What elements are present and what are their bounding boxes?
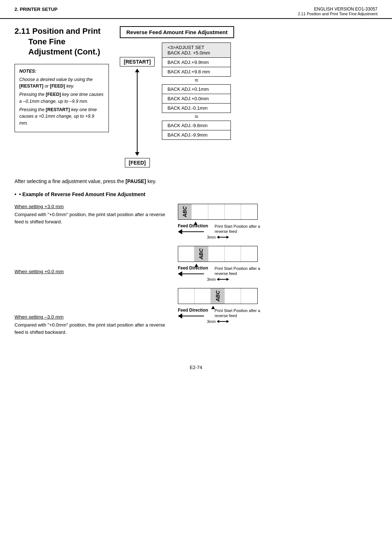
diagram-block-1: ABC bbox=[178, 204, 377, 239]
diagram-main: [RESTART] [FEED] <3>ADJUST SET BACK ADJ.… bbox=[120, 42, 377, 167]
header-version: ENGLISH VERSION EO1-33057 bbox=[298, 7, 377, 12]
example-item-3: When setting –3.0 mm Compared with "+0.0… bbox=[15, 314, 174, 336]
examples-container: When setting +3.0 mm Compared with "+0.0… bbox=[15, 204, 377, 350]
header-subsection: 2.11 Position and Print Tone Fine Adjust… bbox=[298, 12, 377, 16]
examples-left-col: When setting +3.0 mm Compared with "+0.0… bbox=[15, 204, 174, 350]
squiggle-2: ≈ bbox=[162, 113, 231, 121]
example-title: • Example of Reverse Feed Amount Fine Ad… bbox=[19, 191, 146, 197]
arrow-column: [RESTART] [FEED] bbox=[120, 57, 155, 167]
arrow-down-head bbox=[135, 152, 139, 156]
menu-entry-7: BACK ADJ.-9.9mm bbox=[162, 130, 231, 140]
top-section: 2.11 Position and Print Tone Fine Adjust… bbox=[15, 26, 377, 167]
menu-column: <3>ADJUST SET BACK ADJ. +5.0mm BACK ADJ.… bbox=[162, 42, 231, 139]
feed-arrow-1 bbox=[178, 229, 208, 234]
diagram-area: Reverse Feed Amount Fine Adjustment [RES… bbox=[120, 26, 377, 167]
diagram-block-2: ABC Feed Direction bbox=[178, 246, 377, 281]
example-desc-3: Compared with "+0.0mm" position, the pri… bbox=[15, 321, 174, 336]
examples-right-col: ABC bbox=[174, 204, 377, 350]
example-section-header: • • Example of Reverse Feed Amount Fine … bbox=[15, 191, 377, 197]
example-item-1: When setting +3.0 mm Compared with "+0.0… bbox=[15, 204, 174, 225]
page-header: 2. PRINTER SETUP ENGLISH VERSION EO1-330… bbox=[0, 0, 392, 19]
feed-arrow-3 bbox=[178, 313, 208, 319]
menu-entry-5: BACK ADJ.-0.1mm bbox=[162, 103, 231, 113]
notes-line-1: Choose a desired value by using the [RES… bbox=[19, 76, 104, 90]
notes-line-2: Pressing the [FEED] key one time causes … bbox=[19, 91, 104, 105]
page-footer: E2-74 bbox=[15, 361, 377, 370]
arrow-head-left-1 bbox=[178, 229, 182, 234]
after-note: After selecting a fine adjustment value,… bbox=[15, 178, 377, 184]
label-abc-1: ABC bbox=[182, 206, 188, 217]
mm-bracket-3 bbox=[217, 320, 229, 323]
notes-box: NOTES: Choose a desired value by using t… bbox=[15, 64, 109, 132]
menu-entry-3: BACK ADJ.+0.1mm bbox=[162, 84, 231, 94]
feed-direction-label-2: Feed Direction bbox=[178, 266, 208, 271]
example-desc-1: Compared with "+0.0mm" position, the pri… bbox=[15, 211, 174, 225]
restart-label: [RESTART] bbox=[120, 57, 155, 66]
diagram-block-3: ABC Feed Direction bbox=[178, 288, 377, 324]
header-right: ENGLISH VERSION EO1-33057 2.11 Position … bbox=[298, 7, 377, 16]
label-abc-2: ABC bbox=[198, 248, 204, 259]
feed-direction-label-3: Feed Direction bbox=[178, 308, 208, 313]
menu-entry-6: BACK ADJ.-9.8mm bbox=[162, 121, 231, 130]
content-area: 2.11 Position and Print Tone Fine Adjust… bbox=[0, 19, 392, 385]
setting-label-3: When setting –3.0 mm bbox=[15, 314, 174, 320]
notes-title: NOTES: bbox=[19, 68, 104, 75]
diagram-title: Reverse Feed Amount Fine Adjustment bbox=[120, 26, 234, 38]
arrow-up-head bbox=[135, 69, 139, 72]
print-start-note-1: Print Start Position after areverse feed bbox=[215, 224, 260, 234]
mm-bracket-2 bbox=[217, 278, 229, 281]
vertical-arrow bbox=[135, 69, 139, 156]
menu-top-entry: <3>ADJUST SET BACK ADJ. +5.0mm bbox=[162, 42, 231, 58]
menu-entry-4: BACK ADJ.+0.0mm bbox=[162, 94, 231, 104]
menu-top-line2: BACK ADJ. +5.0mm bbox=[167, 50, 225, 56]
squiggle-1: ≈ bbox=[162, 76, 231, 84]
menu-entry-2: BACK ADJ.+9.8 mm bbox=[162, 67, 231, 77]
menu-top-line1: <3>ADJUST SET bbox=[167, 45, 225, 50]
header-section-label: 2. PRINTER SETUP bbox=[15, 7, 57, 12]
print-start-note-3: Print Start Position after areverse feed bbox=[215, 308, 260, 319]
section-title-area: 2.11 Position and Print Tone Fine Adjust… bbox=[15, 26, 109, 167]
feed-label: [FEED] bbox=[125, 158, 150, 167]
print-start-note-2: Print Start Position after areverse feed bbox=[215, 266, 260, 276]
feed-arrow-2 bbox=[178, 271, 208, 276]
setting-label-1: When setting +3.0 mm bbox=[15, 204, 174, 209]
setting-label-2: When setting +0.0 mm bbox=[15, 269, 174, 274]
arrow-line-1 bbox=[182, 231, 204, 232]
feed-direction-label-1: Feed Direction bbox=[178, 223, 208, 228]
bullet-icon: • bbox=[15, 191, 16, 197]
page-number: E2-74 bbox=[190, 365, 203, 370]
section-heading: 2.11 Position and Print Tone Fine Adjust… bbox=[15, 26, 109, 57]
mm-bracket-1 bbox=[217, 236, 229, 239]
arrow-vertical-line bbox=[137, 72, 138, 152]
label-abc-3: ABC bbox=[215, 291, 221, 301]
menu-entry-1: BACK ADJ.+9.9mm bbox=[162, 57, 231, 67]
notes-line-3: Pressing the [RESTART] key one time caus… bbox=[19, 106, 104, 127]
example-item-2: When setting +0.0 mm bbox=[15, 269, 174, 274]
